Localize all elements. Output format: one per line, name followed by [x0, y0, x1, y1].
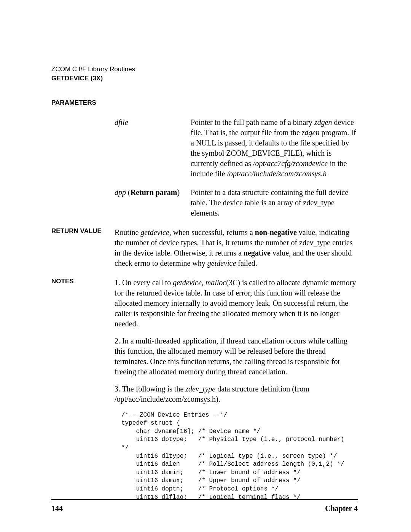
section-return-value: RETURN VALUE Routine getdevice, when suc…: [51, 227, 358, 268]
text-ital: getdevice: [173, 278, 202, 287]
notes-body: 1. On every call to getdevice, malloc(3C…: [115, 278, 358, 502]
footer-rule: [51, 499, 358, 500]
note-1: 1. On every call to getdevice, malloc(3C…: [115, 278, 358, 329]
text: , when successful, returns a: [169, 228, 255, 236]
code-block: /*-- ZCOM Device Entries --*/ typedef st…: [121, 411, 358, 502]
text: (: [126, 188, 131, 197]
text: Pointer to the full path name of a binar…: [191, 118, 314, 126]
text-ital: malloc: [206, 278, 226, 287]
text: Routine: [115, 228, 140, 236]
param-name-text: dfile: [115, 118, 128, 126]
text-ital: zdev_type: [185, 385, 215, 393]
param-desc-dpp: Pointer to a data structure containing t…: [191, 187, 358, 218]
param-name-text: dpp: [115, 188, 126, 197]
param-gutter: [51, 187, 115, 218]
page: ZCOM C I/F Library Routines GETDEVICE (3…: [0, 0, 411, 532]
return-value-text: Routine getdevice, when successful, retu…: [115, 227, 358, 268]
section-gutter: RETURN VALUE: [51, 227, 115, 268]
text-ital: zdgen: [314, 118, 332, 126]
param-name-dpp: dpp (Return param): [115, 187, 191, 218]
note-2: 2. In a multi-threaded application, if t…: [115, 336, 358, 377]
param-name-dfile: dfile: [115, 117, 191, 179]
text: 1. On every call to: [115, 278, 173, 287]
parameters-heading: PARAMETERS: [51, 99, 358, 107]
param-row-dpp: dpp (Return param) Pointer to a data str…: [51, 187, 358, 218]
text-bold: negative: [244, 249, 271, 257]
text-bold: Return param: [131, 188, 177, 197]
text: Pointer to a data structure containing t…: [191, 188, 348, 217]
text: 2. In a multi-threaded application, if t…: [115, 337, 347, 376]
param-desc-dfile: Pointer to the full path name of a binar…: [191, 117, 358, 179]
notes-heading: NOTES: [51, 278, 115, 285]
text-ital: /opt/acc/include/zcom/zcomsys.h: [227, 169, 327, 178]
running-header: ZCOM C I/F Library Routines GETDEVICE (3…: [51, 65, 358, 83]
chapter-label: Chapter 4: [325, 504, 358, 513]
param-gutter: [51, 117, 115, 179]
text: ): [177, 188, 180, 197]
text-ital: zdgen: [302, 128, 320, 137]
param-row-dfile: dfile Pointer to the full path name of a…: [51, 117, 358, 179]
parameters-list: dfile Pointer to the full path name of a…: [51, 117, 358, 218]
text-bold: non-negative: [255, 228, 297, 236]
section-notes: NOTES 1. On every call to getdevice, mal…: [51, 278, 358, 502]
page-number: 144: [51, 504, 63, 513]
section-gutter: NOTES: [51, 278, 115, 502]
return-value-heading: RETURN VALUE: [51, 227, 115, 235]
text-ital: /opt/acc7cfg/zcomdevice: [253, 159, 328, 168]
text-ital: getdevice: [207, 259, 236, 267]
note-3: 3. The following is the zdev_type data s…: [115, 384, 358, 404]
section-parameters: PARAMETERS dfile Pointer to the full pat…: [51, 99, 358, 218]
text: 3. The following is the: [115, 385, 185, 393]
text-ital: getdevice: [140, 228, 169, 236]
page-footer: 144 Chapter 4: [51, 504, 358, 513]
text: failed.: [236, 259, 257, 267]
text: ,: [202, 278, 206, 287]
running-header-line1: ZCOM C I/F Library Routines: [51, 65, 358, 74]
running-header-line2: GETDEVICE (3X): [51, 74, 358, 83]
